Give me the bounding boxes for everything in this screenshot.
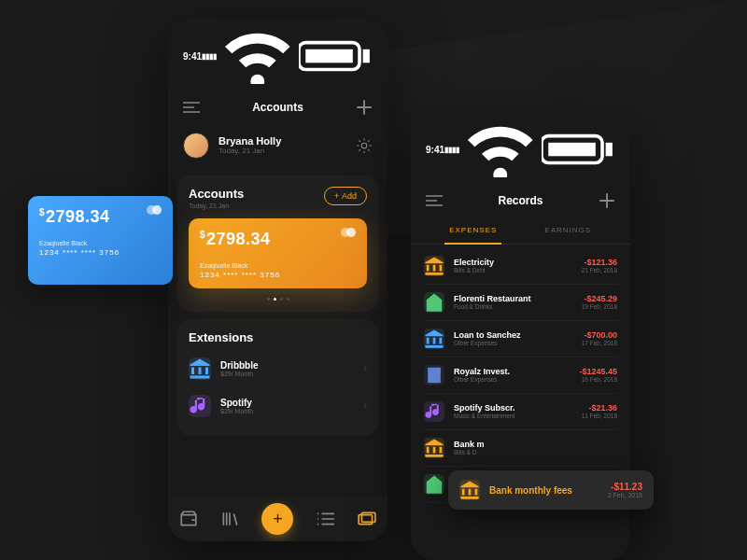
transaction-category: Music & Entertainment: [454, 413, 572, 419]
extension-name: Spotify: [220, 398, 355, 408]
transaction-date: 11 Feb, 2018: [582, 413, 617, 419]
section-title: Accounts: [189, 187, 244, 201]
avatar[interactable]: [183, 133, 209, 159]
section-subtitle: Today, 21 Jan: [189, 203, 244, 209]
page-title: Accounts: [252, 101, 303, 114]
category-icon: [424, 474, 444, 495]
transaction-category: Bills & Debt: [454, 267, 572, 273]
fab-add-button[interactable]: +: [261, 503, 293, 535]
menu-icon[interactable]: [426, 192, 443, 209]
accounts-section: Accounts Today, 21 Jan + Add $2798.34 Ez…: [177, 175, 378, 312]
add-icon[interactable]: [599, 192, 615, 209]
transaction-popup[interactable]: Bank monthly fees -$11.23 2 Feb, 2018: [448, 470, 654, 510]
header: Records: [411, 185, 630, 217]
books-icon[interactable]: [220, 510, 239, 528]
tab-earnings[interactable]: EARNINGS: [521, 217, 616, 244]
phone-accounts-screen: 9:41 ▮▮▮▮ Accounts Bryana Holly Today, 2…: [168, 19, 388, 541]
add-icon[interactable]: [356, 99, 373, 116]
profile-row: Bryana Holly Today, 21 Jan: [168, 123, 388, 168]
category-icon: [424, 438, 444, 458]
section-title: Extensions: [189, 330, 367, 344]
credit-card-gold[interactable]: $2798.34 Ezaqiuelle Black 1234 **** ****…: [189, 218, 367, 288]
page-dots: [189, 298, 367, 301]
add-account-button[interactable]: + Add: [324, 187, 367, 205]
cards-icon[interactable]: [358, 510, 376, 528]
battery-icon: [299, 39, 373, 75]
bank-icon: [459, 480, 480, 500]
extension-price: $29/ Month: [220, 371, 355, 377]
transaction-date: 17 Feb, 2018: [582, 340, 617, 346]
card-number: 1234 **** **** 3756: [39, 248, 162, 257]
mastercard-icon: [341, 228, 358, 239]
transaction-category: Bills & D: [454, 449, 608, 455]
extension-item[interactable]: Dribbble $29/ Month ›: [189, 350, 367, 387]
extension-item[interactable]: Spotify $29/ Month ›: [189, 387, 367, 425]
plus-icon: +: [334, 191, 339, 201]
svg-rect-7: [548, 143, 596, 156]
transaction-row[interactable]: Royalz Invest. Other Expenses -$1245.45 …: [424, 357, 617, 394]
extension-name: Dribbble: [220, 360, 355, 371]
svg-point-3: [361, 143, 367, 148]
tab-expenses[interactable]: EXPENSES: [426, 217, 521, 244]
card-balance: $2798.34: [200, 230, 356, 249]
card-balance: $2798.34: [39, 207, 162, 227]
transaction-date: 21 Feb, 2018: [582, 267, 617, 273]
popup-date: 2 Feb, 2018: [608, 492, 642, 498]
list-icon[interactable]: [317, 510, 335, 528]
transaction-list: Electricity Bills & Debt -$121.36 21 Feb…: [411, 245, 630, 507]
transaction-category: Other Expenses: [454, 340, 572, 346]
status-time: 9:41: [183, 51, 202, 62]
transaction-date: 16 Feb, 2018: [579, 376, 617, 383]
credit-card-blue[interactable]: $2798.34 Ezaqiuelle Black 1234 **** ****…: [28, 196, 173, 285]
category-icon: [424, 292, 444, 313]
transaction-amount: -$21.36: [582, 403, 617, 413]
transaction-name: Electricity: [454, 258, 572, 267]
svg-rect-2: [362, 49, 369, 63]
category-icon: [424, 365, 444, 385]
card-number: 1234 **** **** 3756: [200, 271, 356, 279]
transaction-name: Bank m: [454, 440, 608, 449]
transaction-amount: -$245.29: [582, 294, 617, 303]
transaction-name: Florenti Restaurant: [454, 294, 572, 303]
status-bar: 9:41 ▮▮▮▮: [411, 112, 630, 185]
transaction-row[interactable]: Florenti Restaurant Food & Drinks -$245.…: [424, 285, 617, 321]
extensions-section: Extensions Dribbble $29/ Month › Spotify…: [177, 319, 378, 436]
svg-rect-8: [605, 143, 612, 156]
record-tabs: EXPENSES EARNINGS: [411, 217, 630, 245]
transaction-row[interactable]: Electricity Bills & Debt -$121.36 21 Feb…: [424, 248, 617, 285]
category-icon: [424, 401, 444, 422]
wifi-icon: [220, 28, 295, 86]
transaction-row[interactable]: Loan to Sanchez Other Expenses -$700.00 …: [424, 321, 617, 357]
status-bar: 9:41 ▮▮▮▮: [168, 19, 388, 91]
gear-icon[interactable]: [356, 137, 373, 154]
transaction-date: 19 Feb, 2018: [582, 303, 617, 310]
profile-date: Today, 21 Jan: [218, 147, 346, 155]
music-icon: [189, 395, 211, 417]
chevron-right-icon: ›: [364, 400, 367, 411]
bank-icon: [189, 357, 211, 380]
transaction-category: Other Expenses: [454, 376, 570, 383]
transaction-name: Loan to Sanchez: [454, 330, 572, 340]
card-holder: Ezaqiuelle Black: [39, 240, 162, 246]
profile-name: Bryana Holly: [218, 135, 346, 147]
transaction-category: Food & Drinks: [454, 303, 572, 310]
transaction-amount: -$1245.45: [579, 367, 617, 376]
transaction-row[interactable]: Spotify Subscr. Music & Entertainment -$…: [424, 394, 617, 430]
transaction-name: Spotify Subscr.: [454, 403, 572, 413]
menu-icon[interactable]: [183, 99, 200, 116]
page-title: Records: [498, 194, 543, 207]
mastercard-icon: [147, 205, 163, 217]
transaction-amount: -$700.00: [582, 330, 617, 340]
status-time: 9:41: [426, 145, 444, 155]
category-icon: [424, 256, 444, 276]
category-icon: [424, 329, 444, 349]
battery-icon: [542, 133, 615, 168]
chevron-right-icon: ›: [364, 363, 367, 373]
svg-rect-1: [305, 49, 353, 63]
transaction-row[interactable]: Bank m Bills & D: [424, 430, 617, 467]
popup-amount: -$11.23: [608, 482, 642, 492]
header: Accounts: [168, 91, 388, 123]
wallet-icon[interactable]: [179, 510, 198, 528]
signal-icon: ▮▮▮▮: [202, 52, 217, 61]
popup-name: Bank monthly fees: [489, 485, 599, 496]
